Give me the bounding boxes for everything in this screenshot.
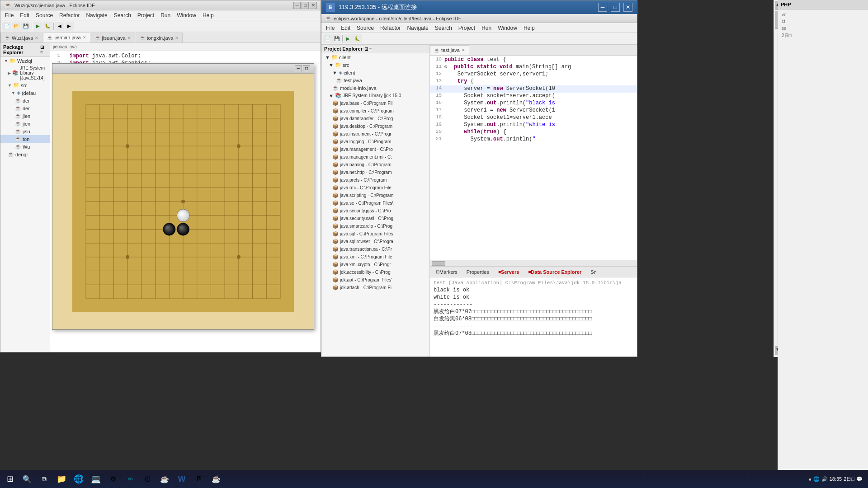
bottom-tab-datasource[interactable]: ■ Data Source Explorer (524, 267, 585, 277)
tree-java-scripting[interactable]: 📦 java.scripting - C:\Program (321, 192, 429, 199)
tb-open[interactable]: 📂 (12, 22, 21, 31)
tab-jisuan[interactable]: ☕ jisuan.java ✕ (91, 33, 135, 42)
tree-src[interactable]: ▼ 📁 src (0, 81, 50, 89)
maximize-button[interactable]: □ (302, 2, 309, 9)
tree-java-sec-jgss[interactable]: 📦 java.security.jgss - C:\Pro (321, 207, 429, 215)
tree-java-base[interactable]: 📦 java.base - C:\Program Fil (321, 99, 429, 107)
re-menu-source[interactable]: Source (354, 24, 377, 32)
tab-jiemian-close[interactable]: ✕ (83, 35, 86, 40)
tree-java-nethttp[interactable]: 📦 java.net.http - C:\Program (321, 169, 429, 176)
tree-java-xml[interactable]: 📦 java.xml - C:\Program File (321, 253, 429, 261)
tree-java-smartcard[interactable]: 📦 java.smartcardio - C:\Prog (321, 222, 429, 230)
tb-run[interactable]: ▶ (33, 22, 42, 31)
tree-java-datatransfer[interactable]: 📦 java.datatransfer - C:\Prog (321, 115, 429, 122)
tree-java-naming[interactable]: 📦 java.naming - C:\Program (321, 161, 429, 169)
vs-button[interactable]: 💻 (88, 471, 104, 487)
tree-wuziqi[interactable]: ▼ 📁 Wuziqi (0, 57, 50, 65)
tree-cilent[interactable]: ▼ 📁 cilent (321, 53, 429, 61)
tree-jre-lib[interactable]: ▼ 📚 JRE System Library [jdk-15.0 (321, 92, 429, 99)
menu-project[interactable]: Project (135, 11, 157, 19)
bottom-tab-properties[interactable]: Properties (462, 267, 493, 277)
re-menu-window[interactable]: Window (495, 24, 520, 32)
tab-wuzi-close[interactable]: ✕ (35, 36, 38, 40)
tree-java-sql[interactable]: 📦 java.sql - C:\Program Files (321, 230, 429, 238)
php-item-3[interactable]: se (780, 25, 866, 32)
tree-test-java[interactable]: ☕ test.java (321, 76, 429, 84)
tb-debug[interactable]: 🐛 (43, 22, 52, 31)
tree-java-rmi[interactable]: 📦 java.rmi - C:\Program File (321, 184, 429, 192)
goboard-minimize[interactable]: ─ (295, 65, 302, 72)
tree-java-sec-sasl[interactable]: 📦 java.security.sasl - C:\Prog (321, 215, 429, 222)
tree-jisu[interactable]: ☕ jisu (0, 127, 50, 135)
tray-volume[interactable]: 🔊 (821, 476, 828, 482)
php-item-1[interactable]: vo (780, 11, 866, 18)
tb-eclipse1[interactable]: ☕ (156, 471, 173, 487)
rd-close[interactable]: ✕ (623, 3, 632, 12)
rd-maximize[interactable]: □ (611, 3, 620, 12)
re-tb-debug[interactable]: 🐛 (353, 34, 362, 43)
tree-java-compiler[interactable]: 📦 java.compiler - C:\Program (321, 107, 429, 115)
re-menu-project[interactable]: Project (456, 24, 478, 32)
tree-cilent-pkg[interactable]: ▼ ◈ cilent (321, 69, 429, 76)
tab-tongxin-close[interactable]: ✕ (175, 36, 179, 40)
rd-minimize[interactable]: ─ (598, 3, 607, 12)
tb-new[interactable]: 📄 (2, 22, 11, 31)
tree-java-prefs[interactable]: 📦 java.prefs - C:\Program (321, 176, 429, 184)
tree-java-sql-rowset[interactable]: 📦 java.sql.rowset - C:\Progra (321, 238, 429, 245)
menu-search[interactable]: Search (111, 11, 134, 19)
tree-defau[interactable]: ▼ ◈ (defau (0, 89, 50, 97)
tab-test-close[interactable]: ✕ (462, 48, 465, 52)
close-button[interactable]: ✕ (310, 2, 317, 9)
tab-tongxin[interactable]: ☕ tongxin.java ✕ (136, 33, 183, 42)
re-tb-new[interactable]: 📄 (323, 34, 332, 43)
remote-code-editor[interactable]: 10 public class test { 11 ⊙ public stati… (430, 56, 637, 260)
menu-window[interactable]: Window (174, 11, 199, 19)
tray-chevron[interactable]: ∧ (808, 477, 811, 482)
re-menu-refactor[interactable]: Refactor (377, 24, 403, 32)
tb-app1[interactable]: ⊙ (139, 471, 156, 487)
tree-java-se[interactable]: 📦 java.se - C:\Program Files\ (321, 199, 429, 207)
tab-jiemian[interactable]: ☕ jiemian.java ✕ (43, 33, 90, 42)
re-menu-edit[interactable]: Edit (338, 24, 353, 32)
tab-jisuan-close[interactable]: ✕ (127, 36, 131, 40)
tree-jre[interactable]: ▶ 📚 JRE System Library [JavaSE-14] (0, 65, 50, 81)
settings-button[interactable]: ⚙ (105, 471, 121, 487)
re-menu-run[interactable]: Run (479, 24, 494, 32)
re-tb-run[interactable]: ▶ (344, 34, 353, 43)
tb-monitor[interactable]: 🖥 (191, 471, 207, 487)
go-board[interactable] (72, 91, 294, 312)
tree-jien2[interactable]: ☕ jien (0, 120, 50, 127)
menu-file[interactable]: File (2, 11, 16, 19)
tree-wu[interactable]: ☕ Wu (0, 143, 50, 150)
tree-module-info[interactable]: ☕ module-info.java (321, 84, 429, 92)
tree-der2[interactable]: ☕ der (0, 104, 50, 112)
php-item-4[interactable]: 2日□ (780, 32, 866, 40)
explorer-button[interactable]: 📁 (53, 471, 70, 487)
re-menu-navigate[interactable]: Navigate (404, 24, 431, 32)
tb-back[interactable]: ◀ (55, 22, 64, 31)
tree-der1[interactable]: ☕ der (0, 97, 50, 104)
tree-java-logging[interactable]: 📦 java.logging - C:\Program (321, 138, 429, 145)
bottom-tab-servers[interactable]: ■ Servers (494, 267, 523, 277)
menu-help[interactable]: Help (200, 11, 217, 19)
tree-java-xml-crypto[interactable]: 📦 java.xml.crypto - C:\Progr (321, 261, 429, 268)
tree-jien1[interactable]: ☕ jien (0, 112, 50, 120)
re-tb-save[interactable]: 💾 (332, 34, 341, 43)
tb-word[interactable]: W (174, 471, 190, 487)
h-scroll-thumb[interactable] (432, 261, 445, 266)
edge-button[interactable]: 🌐 (71, 471, 87, 487)
tree-jdk-accessibility[interactable]: 📦 jdk.accessibility - C:\Prog (321, 268, 429, 276)
tray-network[interactable]: 🌐 (813, 476, 820, 482)
re-menu-help[interactable]: Help (521, 24, 538, 32)
tree-java-desktop[interactable]: 📦 java.desktop - C:\Program (321, 122, 429, 130)
php-item-2[interactable]: ct (780, 18, 866, 25)
goboard-window[interactable]: ─ □ (52, 63, 314, 330)
tab-test-java[interactable]: ☕ test.java ✕ (430, 45, 469, 55)
menu-edit[interactable]: Edit (17, 11, 32, 19)
tree-cilent-src[interactable]: ▼ 📁 src (321, 61, 429, 69)
tree-java-mgmt-rmi[interactable]: 📦 java.management.rmi - C: (321, 153, 429, 161)
tree-jdk-attach[interactable]: 📦 jdk.attach - C:\Program Fi (321, 284, 429, 291)
search-button[interactable]: 🔍 (19, 471, 35, 487)
menu-navigate[interactable]: Navigate (83, 11, 110, 19)
menu-refactor[interactable]: Refactor (57, 11, 82, 19)
